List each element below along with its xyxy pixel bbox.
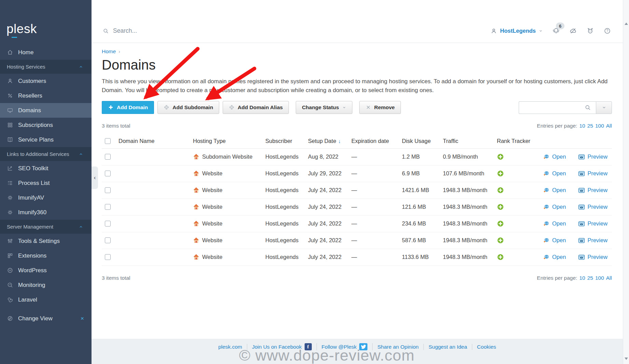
remove-button[interactable]: Remove — [359, 101, 401, 114]
preview-link[interactable]: Preview — [578, 237, 607, 244]
row-checkbox[interactable] — [105, 154, 111, 160]
search-input[interactable]: Search... — [102, 27, 137, 34]
sidebar-item-wordpress[interactable]: WordPress — [0, 263, 92, 278]
expiration-date: — — [351, 154, 402, 160]
entries-label: Entries per page: — [537, 123, 577, 129]
sidebar-item-tools-settings[interactable]: Tools & Settings — [0, 234, 92, 248]
hosting-type: Website — [202, 170, 222, 177]
filter-dropdown-button[interactable] — [596, 101, 612, 114]
rank-tracker-add-icon[interactable] — [497, 203, 504, 210]
open-link[interactable]: Open — [543, 154, 566, 160]
open-link[interactable]: Open — [543, 204, 566, 210]
breadcrumb-home-link[interactable]: Home — [102, 48, 116, 55]
entries-option-all[interactable]: All — [606, 123, 612, 129]
row-checkbox[interactable] — [105, 221, 111, 227]
header-disk-usage[interactable]: Disk Usage — [402, 138, 443, 144]
sidebar-item-subscriptions[interactable]: Subscriptions — [0, 118, 92, 132]
tools-settings-icon — [7, 238, 13, 244]
sidebar-item-service-plans[interactable]: Service Plans — [0, 132, 92, 147]
add-domain-alias-button[interactable]: Add Domain Alias — [223, 101, 289, 114]
header-traffic[interactable]: Traffic — [443, 138, 497, 144]
sidebar-item-domains[interactable]: Domains — [0, 103, 92, 118]
select-all-checkbox[interactable] — [105, 138, 111, 144]
entries-option-10[interactable]: 10 — [579, 123, 585, 129]
sidebar-item-monitoring[interactable]: Monitoring — [0, 278, 92, 292]
user-menu[interactable]: HostLegends — [490, 28, 543, 34]
section-label: Server Management — [7, 224, 53, 230]
entries-option-all[interactable]: All — [606, 275, 612, 281]
header-rank-tracker[interactable]: Rank Tracker — [497, 138, 543, 144]
sidebar-item-label: Laravel — [18, 296, 37, 303]
open-link[interactable]: Open — [543, 254, 566, 261]
add-domain-button[interactable]: Add Domain — [102, 101, 154, 114]
vertical-scrollbar[interactable] — [623, 0, 629, 364]
entries-option-25[interactable]: 25 — [587, 275, 593, 281]
preview-link[interactable]: Preview — [578, 204, 607, 210]
feedback-mask-icon[interactable] — [586, 27, 594, 35]
rank-tracker-add-icon[interactable] — [497, 237, 504, 244]
sidebar-section-server-management[interactable]: Server Management — [0, 220, 92, 234]
subscriber: HostLegends — [265, 170, 308, 177]
header-subscriber[interactable]: Subscriber — [265, 138, 308, 144]
sidebar-collapse-handle[interactable]: ‹ — [92, 166, 98, 189]
change-status-button[interactable]: Change Status — [296, 101, 352, 114]
open-link[interactable]: Open — [543, 220, 566, 227]
preview-link[interactable]: Preview — [578, 187, 607, 193]
rank-tracker-add-icon[interactable] — [497, 153, 504, 160]
sidebar-item-imunify360[interactable]: Imunify360 — [0, 205, 92, 220]
plesk-logo[interactable]: plesk — [6, 22, 37, 36]
sidebar: plesk Home Hosting Services Customers Re… — [0, 0, 92, 364]
preview-link[interactable]: Preview — [578, 254, 607, 260]
sidebar-item-extensions[interactable]: Extensions — [0, 248, 92, 263]
rank-tracker-add-icon[interactable] — [497, 187, 504, 194]
sidebar-section-hosting-services[interactable]: Hosting Services — [0, 60, 92, 74]
sidebar-item-seo-toolkit[interactable]: SEO Toolkit — [0, 161, 92, 176]
entries-option-100[interactable]: 100 — [595, 275, 604, 281]
preview-link[interactable]: Preview — [578, 220, 607, 227]
add-subdomain-button[interactable]: Add Subdomain — [157, 101, 219, 114]
search-placeholder: Search... — [113, 27, 137, 34]
sidebar-item-home[interactable]: Home — [0, 45, 92, 60]
header-hosting-type[interactable]: Hosting Type — [193, 138, 265, 144]
sidebar-item-laravel[interactable]: Laravel — [0, 292, 92, 307]
cloud-offline-icon[interactable] — [569, 27, 577, 35]
row-checkbox[interactable] — [105, 187, 111, 193]
row-checkbox[interactable] — [105, 171, 111, 176]
open-link[interactable]: Open — [543, 187, 566, 194]
close-icon[interactable]: × — [81, 316, 84, 321]
row-checkbox[interactable] — [105, 254, 111, 260]
scroll-up-arrow-icon[interactable] — [625, 23, 628, 25]
header-setup-date[interactable]: Setup Date ↓ — [308, 138, 351, 144]
footer-link-idea[interactable]: Suggest an Idea — [424, 344, 472, 350]
rank-tracker-add-icon[interactable] — [497, 253, 504, 261]
search-icon[interactable] — [584, 104, 591, 111]
footer-link-cookies[interactable]: Cookies — [472, 344, 501, 350]
rank-tracker-add-icon[interactable] — [497, 220, 504, 227]
header-domain-name[interactable]: Domain Name — [118, 138, 193, 144]
sidebar-item-imunifyav[interactable]: ImunifyAV — [0, 190, 92, 205]
row-checkbox[interactable] — [105, 204, 111, 210]
open-link[interactable]: Open — [543, 237, 566, 244]
notifications-button[interactable]: 6 — [552, 27, 560, 35]
expiration-date: — — [351, 237, 402, 244]
disk-usage: 1133.6 MB — [402, 254, 443, 260]
open-link[interactable]: Open — [543, 170, 566, 177]
header-expiration-date[interactable]: Expiration date — [351, 138, 402, 144]
entries-option-25[interactable]: 25 — [587, 123, 593, 129]
help-icon[interactable] — [603, 27, 611, 35]
preview-link[interactable]: Preview — [578, 154, 607, 160]
entries-option-100[interactable]: 100 — [595, 123, 604, 129]
sidebar-item-change-view[interactable]: Change View × — [0, 311, 92, 326]
scroll-down-arrow-icon[interactable] — [625, 358, 628, 360]
subscriber: HostLegends — [265, 154, 308, 160]
sidebar-item-process-list[interactable]: Process List — [0, 176, 92, 190]
preview-link[interactable]: Preview — [578, 170, 607, 177]
globe-open-icon — [543, 154, 550, 160]
entries-option-10[interactable]: 10 — [579, 275, 585, 281]
rank-tracker-add-icon[interactable] — [497, 170, 504, 177]
sidebar-item-resellers[interactable]: Resellers — [0, 88, 92, 103]
sidebar-item-customers[interactable]: Customers — [0, 74, 92, 88]
row-checkbox[interactable] — [105, 237, 111, 243]
sidebar-section-additional-services[interactable]: Links to Additional Services — [0, 147, 92, 161]
hosting-type: Website — [202, 204, 222, 210]
